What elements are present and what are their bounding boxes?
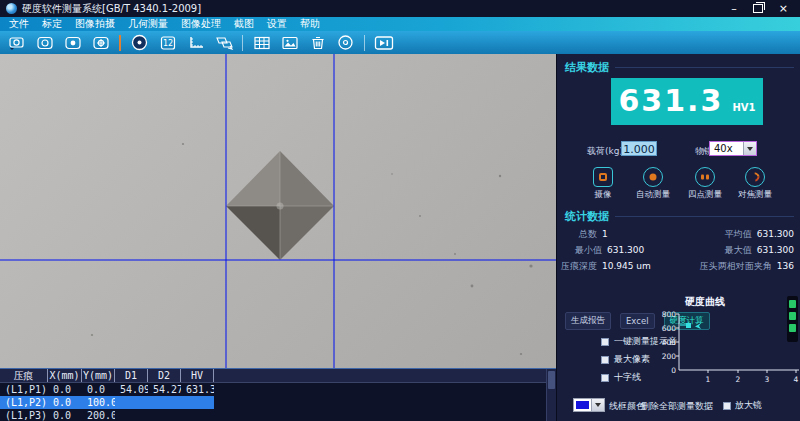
- max-pixel-checkbox[interactable]: 最大像素: [601, 353, 650, 366]
- auto-measure-button[interactable]: 自动测量: [628, 167, 678, 201]
- disc-icon[interactable]: [128, 33, 151, 52]
- calibration-card-icon[interactable]: 12: [156, 33, 179, 52]
- dropdown-arrow-icon[interactable]: [743, 142, 756, 155]
- cell: 54.09: [115, 383, 148, 396]
- color-swatch: [576, 401, 589, 409]
- menu-screenshot[interactable]: 截图: [234, 17, 254, 31]
- menu-image-processing[interactable]: 图像处理: [181, 17, 221, 31]
- line-color-dropdown[interactable]: [573, 398, 605, 412]
- col-header-d2[interactable]: D2: [148, 369, 181, 382]
- camera-icon[interactable]: [33, 33, 56, 52]
- checkbox-icon: [601, 338, 609, 346]
- app-window: 硬度软件测量系统[GB/T 4340.1-2009] – × 文件 标定 图像拍…: [0, 0, 800, 421]
- close-button[interactable]: ×: [779, 3, 788, 14]
- surface-speckles: [91, 143, 533, 368]
- camera-export-icon[interactable]: [5, 33, 28, 52]
- load-input[interactable]: 1.000: [621, 141, 657, 156]
- stats-row: 总数1 平均值631.300: [561, 228, 794, 241]
- cell: (L1,P1): [0, 383, 48, 396]
- app-logo-icon: [6, 3, 17, 14]
- table-row-selected[interactable]: (L1,P2) 0.0 100.0: [0, 396, 214, 409]
- svg-text:1: 1: [706, 375, 711, 384]
- cell: 0.0: [82, 383, 115, 396]
- stat-label: 总数: [579, 228, 597, 241]
- menu-settings[interactable]: 设置: [267, 17, 287, 31]
- result-heading-text: 结果数据: [565, 60, 609, 75]
- corner-ruler-icon[interactable]: [184, 33, 207, 52]
- stat-value: 1: [602, 229, 608, 239]
- image-icon[interactable]: [278, 33, 301, 52]
- menu-help[interactable]: 帮助: [300, 17, 320, 31]
- minimize-button[interactable]: –: [731, 3, 737, 14]
- crosshair-checkbox[interactable]: 十字线: [601, 371, 641, 384]
- col-header-hv[interactable]: HV: [181, 369, 214, 382]
- export-run-icon[interactable]: [372, 33, 395, 52]
- line-color-label: 线框颜色: [609, 400, 645, 413]
- hardness-value: 631.3: [619, 78, 724, 123]
- grid-table-icon[interactable]: [250, 33, 273, 52]
- table-scrollbar[interactable]: [546, 369, 556, 421]
- capture-button[interactable]: 摄像: [578, 167, 628, 201]
- svg-text:2: 2: [736, 375, 741, 384]
- stats-row: 最小值631.300 最大值631.300: [561, 244, 794, 257]
- microscope-image-view[interactable]: [0, 54, 556, 368]
- rotate-shape-icon[interactable]: [212, 33, 235, 52]
- trash-icon[interactable]: [306, 33, 329, 52]
- svg-text:4: 4: [794, 375, 799, 384]
- menu-file[interactable]: 文件: [9, 17, 29, 31]
- dropdown-arrow-icon[interactable]: [591, 399, 604, 411]
- stats-heading-text: 统计数据: [565, 209, 609, 224]
- green-segment: [789, 312, 796, 320]
- objective-value: 40x: [710, 142, 743, 155]
- col-header-y[interactable]: Y(mm): [82, 369, 115, 382]
- delete-all-button[interactable]: 删除全部测量数据: [641, 400, 713, 413]
- menu-image-capture[interactable]: 图像拍摄: [75, 17, 115, 31]
- chart-tick-labels: 0 200 400 600 800 1 2 3 4: [662, 310, 799, 384]
- indentation-image: [0, 54, 556, 368]
- magnifier-checkbox[interactable]: 放大镜: [723, 399, 762, 412]
- cell: [148, 409, 181, 421]
- measurement-table[interactable]: 压痕 X(mm) Y(mm) D1 D2 HV (L1,P1) 0.0 0.0 …: [0, 368, 556, 421]
- cell: 54.27: [148, 383, 181, 396]
- generate-report-button[interactable]: 生成报告: [565, 312, 611, 330]
- chart-data-point[interactable]: [680, 323, 701, 329]
- max-pixel-checkbox-label: 最大像素: [614, 353, 650, 366]
- stat-value: 631.300: [607, 245, 644, 255]
- cell: [115, 409, 148, 421]
- cursor-arrow-icon: [695, 323, 701, 329]
- four-point-label: 四点测量: [680, 189, 730, 201]
- stat-label: 压痕深度: [561, 260, 597, 273]
- chart-axes: [676, 314, 799, 373]
- checkbox-icon: [601, 356, 609, 364]
- focus-measure-button[interactable]: 对焦测量: [730, 167, 780, 201]
- record-icon[interactable]: [334, 33, 357, 52]
- stats-row: 压痕深度10.945 um 压头两相对面夹角136: [561, 260, 794, 273]
- four-point-measure-button[interactable]: 四点测量: [680, 167, 730, 201]
- indicator-strip: [787, 296, 798, 342]
- col-header-d1[interactable]: D1: [115, 369, 148, 382]
- toolbar-separator: [119, 35, 121, 51]
- checkbox-icon: [601, 374, 609, 382]
- menu-geometry-measure[interactable]: 几何测量: [128, 17, 168, 31]
- menu-calibration[interactable]: 标定: [42, 17, 62, 31]
- table-row[interactable]: (L1,P1) 0.0 0.0 54.09 54.27 631.3: [0, 383, 214, 396]
- objective-select[interactable]: 40x: [709, 141, 757, 156]
- four-point-icon: [695, 167, 715, 187]
- cell: 0.0: [48, 409, 82, 421]
- cell: 100.0: [82, 396, 115, 409]
- crosshair-checkbox-label: 十字线: [614, 371, 641, 384]
- maximize-button[interactable]: [753, 4, 763, 13]
- camera-target-icon[interactable]: [89, 33, 112, 52]
- excel-export-button[interactable]: Excel: [620, 313, 655, 329]
- svg-text:0: 0: [671, 366, 676, 375]
- col-header-x[interactable]: X(mm): [48, 369, 82, 382]
- camera-dot-icon[interactable]: [61, 33, 84, 52]
- col-header-indent[interactable]: 压痕: [0, 369, 48, 382]
- table-row[interactable]: (L1,P3) 0.0 200.0: [0, 409, 214, 421]
- stat-label: 压头两相对面夹角: [700, 260, 772, 273]
- svg-text:200: 200: [662, 352, 677, 361]
- stat-label: 最大值: [725, 244, 752, 257]
- stat-label: 平均值: [725, 228, 752, 241]
- stat-value: 10.945 um: [602, 261, 651, 271]
- toolbar-separator: [242, 35, 243, 51]
